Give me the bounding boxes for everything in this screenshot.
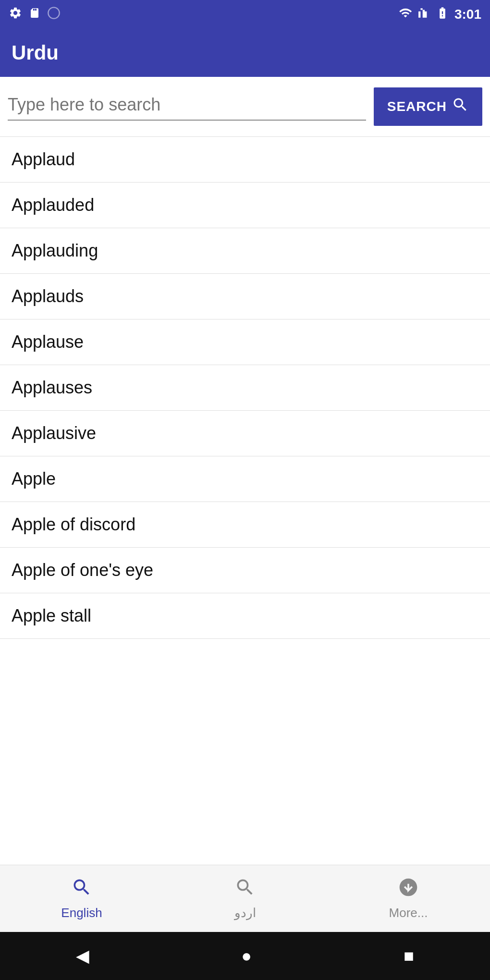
word-item[interactable]: Apple stall (0, 593, 490, 639)
word-item[interactable]: Apple (0, 456, 490, 502)
search-button-label: SEARCH (387, 99, 447, 114)
search-button-icon (452, 96, 469, 117)
word-item[interactable]: Applause (0, 319, 490, 365)
word-item[interactable]: Apple of discord (0, 502, 490, 548)
back-button[interactable]: ◀ (57, 941, 109, 971)
nav-english-label: English (61, 906, 102, 920)
status-time: 3:01 (454, 7, 481, 22)
svg-point-0 (48, 7, 59, 18)
nav-urdu-icon (234, 877, 256, 903)
search-button[interactable]: SEARCH (374, 87, 482, 126)
status-bar-left (9, 6, 61, 23)
battery-icon (435, 6, 450, 23)
status-bar-right: 3:01 (398, 6, 481, 23)
home-button[interactable]: ● (222, 941, 271, 971)
app-title: Urdu (12, 41, 59, 64)
bottom-nav: English اردو More... (0, 865, 490, 932)
word-item[interactable]: Applauses (0, 365, 490, 411)
wifi-icon (398, 6, 413, 23)
word-item[interactable]: Applaud (0, 137, 490, 183)
word-item[interactable]: Apple of one's eye (0, 548, 490, 593)
nav-item-more[interactable]: More... (327, 872, 490, 925)
word-item[interactable]: Applauds (0, 274, 490, 319)
nav-english-icon (71, 877, 92, 903)
app-bar: Urdu (0, 29, 490, 77)
status-bar: 3:01 (0, 0, 490, 29)
system-nav: ◀ ● ■ (0, 932, 490, 980)
search-input[interactable] (8, 93, 366, 117)
word-list: ApplaudApplaudedApplaudingApplaudsApplau… (0, 137, 490, 865)
word-item[interactable]: Applausive (0, 411, 490, 456)
nav-more-icon (398, 877, 419, 903)
word-item[interactable]: Applauded (0, 183, 490, 228)
nav-item-urdu[interactable]: اردو (163, 872, 327, 925)
nav-urdu-label: اردو (234, 906, 256, 920)
search-area: SEARCH (0, 77, 490, 137)
recent-button[interactable]: ■ (384, 941, 433, 971)
word-item[interactable]: Applauding (0, 228, 490, 274)
nav-more-label: More... (389, 906, 428, 920)
search-input-wrapper (8, 93, 366, 121)
sync-icon (47, 6, 61, 23)
settings-icon (9, 6, 22, 23)
sd-card-icon (29, 6, 40, 23)
signal-icon (418, 6, 430, 23)
nav-item-english[interactable]: English (0, 872, 163, 925)
